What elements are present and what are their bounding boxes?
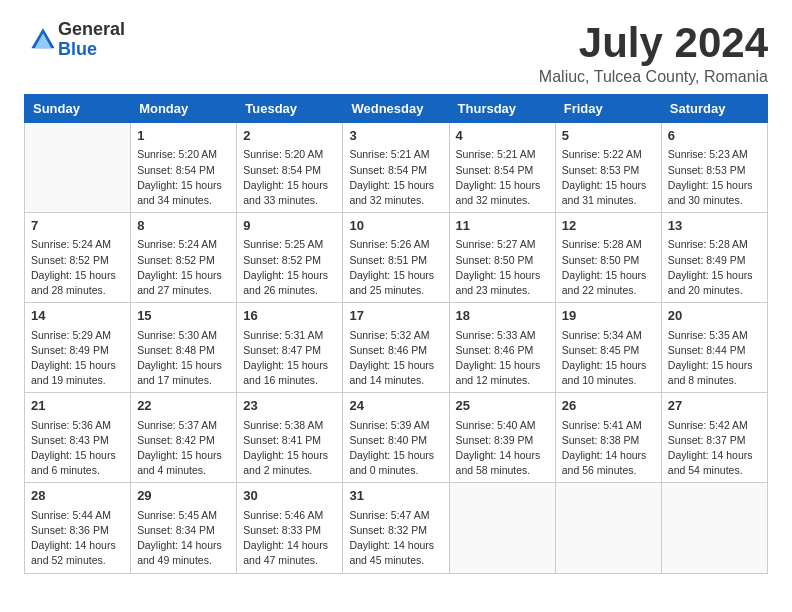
- table-row: 30Sunrise: 5:46 AM Sunset: 8:33 PM Dayli…: [237, 483, 343, 573]
- title-block: July 2024 Maliuc, Tulcea County, Romania: [539, 20, 768, 86]
- day-number: 5: [562, 127, 655, 145]
- table-row: 8Sunrise: 5:24 AM Sunset: 8:52 PM Daylig…: [131, 213, 237, 303]
- table-row: 24Sunrise: 5:39 AM Sunset: 8:40 PM Dayli…: [343, 393, 449, 483]
- day-number: 13: [668, 217, 761, 235]
- table-row: [25, 123, 131, 213]
- day-info: Sunrise: 5:24 AM Sunset: 8:52 PM Dayligh…: [137, 237, 230, 298]
- day-info: Sunrise: 5:45 AM Sunset: 8:34 PM Dayligh…: [137, 508, 230, 569]
- table-row: 15Sunrise: 5:30 AM Sunset: 8:48 PM Dayli…: [131, 303, 237, 393]
- table-row: [449, 483, 555, 573]
- col-tuesday: Tuesday: [237, 95, 343, 123]
- day-info: Sunrise: 5:39 AM Sunset: 8:40 PM Dayligh…: [349, 418, 442, 479]
- day-number: 15: [137, 307, 230, 325]
- day-number: 19: [562, 307, 655, 325]
- day-info: Sunrise: 5:26 AM Sunset: 8:51 PM Dayligh…: [349, 237, 442, 298]
- day-number: 17: [349, 307, 442, 325]
- day-info: Sunrise: 5:20 AM Sunset: 8:54 PM Dayligh…: [137, 147, 230, 208]
- day-info: Sunrise: 5:42 AM Sunset: 8:37 PM Dayligh…: [668, 418, 761, 479]
- day-number: 23: [243, 397, 336, 415]
- day-info: Sunrise: 5:38 AM Sunset: 8:41 PM Dayligh…: [243, 418, 336, 479]
- day-info: Sunrise: 5:21 AM Sunset: 8:54 PM Dayligh…: [456, 147, 549, 208]
- table-row: 14Sunrise: 5:29 AM Sunset: 8:49 PM Dayli…: [25, 303, 131, 393]
- col-wednesday: Wednesday: [343, 95, 449, 123]
- col-thursday: Thursday: [449, 95, 555, 123]
- day-info: Sunrise: 5:37 AM Sunset: 8:42 PM Dayligh…: [137, 418, 230, 479]
- day-info: Sunrise: 5:33 AM Sunset: 8:46 PM Dayligh…: [456, 328, 549, 389]
- day-number: 2: [243, 127, 336, 145]
- calendar-week-row: 7Sunrise: 5:24 AM Sunset: 8:52 PM Daylig…: [25, 213, 768, 303]
- day-info: Sunrise: 5:44 AM Sunset: 8:36 PM Dayligh…: [31, 508, 124, 569]
- day-info: Sunrise: 5:36 AM Sunset: 8:43 PM Dayligh…: [31, 418, 124, 479]
- day-number: 28: [31, 487, 124, 505]
- day-info: Sunrise: 5:25 AM Sunset: 8:52 PM Dayligh…: [243, 237, 336, 298]
- calendar-week-row: 14Sunrise: 5:29 AM Sunset: 8:49 PM Dayli…: [25, 303, 768, 393]
- day-info: Sunrise: 5:27 AM Sunset: 8:50 PM Dayligh…: [456, 237, 549, 298]
- day-info: Sunrise: 5:35 AM Sunset: 8:44 PM Dayligh…: [668, 328, 761, 389]
- day-number: 6: [668, 127, 761, 145]
- table-row: 4Sunrise: 5:21 AM Sunset: 8:54 PM Daylig…: [449, 123, 555, 213]
- day-info: Sunrise: 5:41 AM Sunset: 8:38 PM Dayligh…: [562, 418, 655, 479]
- day-number: 1: [137, 127, 230, 145]
- day-number: 30: [243, 487, 336, 505]
- day-info: Sunrise: 5:20 AM Sunset: 8:54 PM Dayligh…: [243, 147, 336, 208]
- day-number: 21: [31, 397, 124, 415]
- table-row: 7Sunrise: 5:24 AM Sunset: 8:52 PM Daylig…: [25, 213, 131, 303]
- main-title: July 2024: [539, 20, 768, 66]
- calendar-week-row: 21Sunrise: 5:36 AM Sunset: 8:43 PM Dayli…: [25, 393, 768, 483]
- day-number: 12: [562, 217, 655, 235]
- logo-general-text: General: [58, 20, 125, 40]
- table-row: 18Sunrise: 5:33 AM Sunset: 8:46 PM Dayli…: [449, 303, 555, 393]
- table-row: 16Sunrise: 5:31 AM Sunset: 8:47 PM Dayli…: [237, 303, 343, 393]
- day-number: 18: [456, 307, 549, 325]
- table-row: 27Sunrise: 5:42 AM Sunset: 8:37 PM Dayli…: [661, 393, 767, 483]
- table-row: 10Sunrise: 5:26 AM Sunset: 8:51 PM Dayli…: [343, 213, 449, 303]
- logo: General Blue: [24, 20, 125, 60]
- day-number: 27: [668, 397, 761, 415]
- day-number: 20: [668, 307, 761, 325]
- day-info: Sunrise: 5:28 AM Sunset: 8:49 PM Dayligh…: [668, 237, 761, 298]
- table-row: 19Sunrise: 5:34 AM Sunset: 8:45 PM Dayli…: [555, 303, 661, 393]
- day-info: Sunrise: 5:28 AM Sunset: 8:50 PM Dayligh…: [562, 237, 655, 298]
- table-row: 29Sunrise: 5:45 AM Sunset: 8:34 PM Dayli…: [131, 483, 237, 573]
- table-row: 25Sunrise: 5:40 AM Sunset: 8:39 PM Dayli…: [449, 393, 555, 483]
- table-row: [661, 483, 767, 573]
- day-number: 26: [562, 397, 655, 415]
- table-row: 28Sunrise: 5:44 AM Sunset: 8:36 PM Dayli…: [25, 483, 131, 573]
- col-friday: Friday: [555, 95, 661, 123]
- table-row: 17Sunrise: 5:32 AM Sunset: 8:46 PM Dayli…: [343, 303, 449, 393]
- day-number: 3: [349, 127, 442, 145]
- day-info: Sunrise: 5:47 AM Sunset: 8:32 PM Dayligh…: [349, 508, 442, 569]
- day-info: Sunrise: 5:21 AM Sunset: 8:54 PM Dayligh…: [349, 147, 442, 208]
- day-number: 4: [456, 127, 549, 145]
- day-number: 29: [137, 487, 230, 505]
- calendar-header-row: Sunday Monday Tuesday Wednesday Thursday…: [25, 95, 768, 123]
- calendar: Sunday Monday Tuesday Wednesday Thursday…: [24, 94, 768, 573]
- table-row: [555, 483, 661, 573]
- day-info: Sunrise: 5:40 AM Sunset: 8:39 PM Dayligh…: [456, 418, 549, 479]
- table-row: 23Sunrise: 5:38 AM Sunset: 8:41 PM Dayli…: [237, 393, 343, 483]
- table-row: 2Sunrise: 5:20 AM Sunset: 8:54 PM Daylig…: [237, 123, 343, 213]
- day-number: 24: [349, 397, 442, 415]
- day-number: 8: [137, 217, 230, 235]
- logo-text: General Blue: [58, 20, 125, 60]
- day-info: Sunrise: 5:24 AM Sunset: 8:52 PM Dayligh…: [31, 237, 124, 298]
- day-number: 11: [456, 217, 549, 235]
- day-number: 10: [349, 217, 442, 235]
- table-row: 11Sunrise: 5:27 AM Sunset: 8:50 PM Dayli…: [449, 213, 555, 303]
- table-row: 26Sunrise: 5:41 AM Sunset: 8:38 PM Dayli…: [555, 393, 661, 483]
- header: General Blue July 2024 Maliuc, Tulcea Co…: [24, 20, 768, 86]
- logo-blue-text: Blue: [58, 40, 125, 60]
- day-number: 7: [31, 217, 124, 235]
- table-row: 13Sunrise: 5:28 AM Sunset: 8:49 PM Dayli…: [661, 213, 767, 303]
- day-number: 31: [349, 487, 442, 505]
- col-saturday: Saturday: [661, 95, 767, 123]
- col-sunday: Sunday: [25, 95, 131, 123]
- table-row: 31Sunrise: 5:47 AM Sunset: 8:32 PM Dayli…: [343, 483, 449, 573]
- day-number: 14: [31, 307, 124, 325]
- day-number: 9: [243, 217, 336, 235]
- day-number: 25: [456, 397, 549, 415]
- logo-icon: [28, 25, 58, 55]
- day-info: Sunrise: 5:29 AM Sunset: 8:49 PM Dayligh…: [31, 328, 124, 389]
- day-info: Sunrise: 5:34 AM Sunset: 8:45 PM Dayligh…: [562, 328, 655, 389]
- day-number: 22: [137, 397, 230, 415]
